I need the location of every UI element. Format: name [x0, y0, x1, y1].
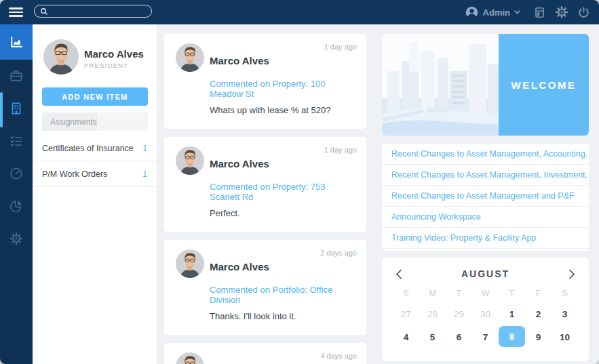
calendar-next-button[interactable]	[568, 269, 575, 279]
timestamp: 4 days ago	[320, 352, 357, 360]
calendar-day[interactable]: 28	[419, 302, 446, 325]
calendar-day-selected[interactable]: 8	[499, 326, 525, 347]
avatar	[176, 146, 204, 175]
calendar-day[interactable]: 1	[499, 302, 525, 325]
profile-panel: Marco Alves PRESIDENT ADD NEW ITEM Assig…	[33, 24, 157, 364]
tab-assignments[interactable]: Assignments	[42, 113, 98, 131]
search-bar[interactable]	[34, 5, 152, 18]
city-skyline-image	[382, 34, 499, 136]
sidebar-item-properties[interactable]	[0, 92, 33, 125]
admin-user-menu[interactable]: Admin	[465, 5, 520, 20]
weekday-label: T	[499, 285, 525, 302]
calendar-day[interactable]: 2	[525, 302, 552, 325]
feed-user-name: Marco Alves	[210, 146, 269, 175]
admin-label: Admin	[483, 7, 510, 18]
user-avatar-icon	[465, 5, 479, 20]
avatar	[176, 43, 204, 72]
weekday-label: T	[446, 285, 472, 302]
welcome-banner: WELCOME	[382, 34, 589, 136]
checklist-icon	[9, 134, 24, 148]
feed-user-name: Marco Alves	[210, 352, 269, 364]
sidebar-item-settings[interactable]	[0, 222, 33, 255]
feed-action-link[interactable]: Commented on Property: 753 Scarlett Rd	[210, 182, 355, 202]
announcement-link[interactable]: Recent Changes to Asset Management and P…	[382, 186, 589, 207]
assignment-label: P/M Work Orders	[42, 169, 142, 179]
activity-feed: 1 day ago Marco Alves Commented on Prope…	[164, 34, 366, 364]
tab-empty[interactable]	[98, 113, 148, 131]
top-navbar: Admin	[0, 0, 599, 24]
briefcase-icon	[9, 68, 24, 83]
sidebar-item-tasks[interactable]	[0, 125, 33, 157]
weekday-label: F	[525, 285, 552, 302]
app-window: Admin	[0, 0, 599, 364]
calendar-day[interactable]: 3	[552, 302, 578, 325]
calendar-day[interactable]: 9	[525, 325, 552, 348]
calendar-weekday-row: S M T W T F S	[393, 285, 578, 302]
calendar-days-grid: 27 28 29 30 1 2 3 4 5 6 7 8 9 10	[393, 302, 578, 348]
power-icon[interactable]	[577, 6, 590, 19]
calendar-day[interactable]: 29	[446, 302, 472, 325]
assignment-count-badge: 1	[142, 169, 147, 179]
profile-avatar	[43, 39, 79, 75]
welcome-label: WELCOME	[511, 79, 577, 91]
announcement-link[interactable]: Announcing Workspace	[382, 207, 589, 228]
gear-icon[interactable]	[555, 5, 568, 19]
gauge-icon	[9, 166, 24, 181]
calendar-widget: AUGUST S M T W T F S 27 28 29 3	[382, 258, 589, 361]
sidebar-item-dashboard[interactable]	[0, 24, 33, 60]
sidebar-item-portfolio[interactable]	[0, 60, 33, 92]
calendar-day[interactable]: 7	[472, 325, 499, 348]
announcement-link[interactable]: Recent Changes to Asset Management, Acco…	[382, 144, 589, 165]
feed-card: 4 days ago Marco Alves Commented on Prop…	[164, 343, 366, 364]
announcements-list: Recent Changes to Asset Management, Acco…	[382, 144, 589, 251]
calendar-day[interactable]: 6	[446, 325, 472, 348]
icon-sidebar	[0, 24, 33, 364]
feed-card: 1 day ago Marco Alves Commented on Prope…	[164, 137, 366, 232]
calendar-day[interactable]: 27	[393, 302, 419, 325]
feed-comment: Perfect.	[210, 208, 355, 218]
journal-icon[interactable]	[533, 6, 546, 19]
calendar-day[interactable]: 10	[552, 325, 578, 348]
assignment-count-badge: 1	[142, 144, 147, 153]
search-input[interactable]	[49, 6, 151, 17]
chevron-right-icon	[568, 269, 575, 279]
weekday-label: W	[472, 285, 499, 302]
right-column: WELCOME Recent Changes to Asset Manageme…	[382, 34, 589, 361]
feed-action-link[interactable]: Commented on Property: 100 Meadow St	[210, 79, 355, 99]
feed-card: 2 days ago Marco Alves Commented on Port…	[164, 240, 366, 335]
timestamp: 2 days ago	[320, 249, 357, 257]
assignments-tabbar: Assignments	[42, 113, 148, 131]
weekday-label: S	[552, 285, 578, 302]
scroll-indicator[interactable]	[0, 92, 3, 127]
announcement-link[interactable]: Recent Changes to Asset Management, Inve…	[382, 165, 589, 186]
pie-chart-icon	[9, 199, 24, 214]
feed-comment: Thanks. I'll look into it.	[210, 311, 355, 321]
announcement-link[interactable]: Training Video: Property & Facility App	[382, 228, 589, 249]
list-item-certificates[interactable]: Certificates of Insurance 1	[33, 136, 157, 161]
area-chart-icon	[9, 35, 24, 50]
welcome-panel: WELCOME	[499, 34, 589, 136]
avatar	[176, 352, 204, 364]
calendar-day[interactable]: 4	[393, 325, 419, 348]
timestamp: 1 day ago	[324, 146, 357, 154]
hamburger-menu-icon[interactable]	[9, 7, 23, 17]
profile-name: Marco Alves	[84, 48, 144, 60]
feed-user-name: Marco Alves	[210, 249, 269, 278]
calendar-day[interactable]: 30	[472, 302, 499, 325]
chevron-left-icon	[395, 269, 402, 279]
sidebar-item-reports[interactable]	[0, 157, 33, 190]
calendar-day[interactable]: 5	[419, 325, 446, 348]
calendar-month-label: AUGUST	[461, 268, 509, 279]
profile-role: PRESIDENT	[84, 62, 128, 69]
feed-action-link[interactable]: Commented on Portfolio: Office Division	[210, 285, 355, 305]
calendar-prev-button[interactable]	[395, 269, 402, 279]
avatar	[176, 249, 204, 278]
feed-comment: Whats up with lease % at 520?	[210, 105, 355, 115]
weekday-label: M	[419, 285, 446, 302]
list-item-workorders[interactable]: P/M Work Orders 1	[33, 161, 157, 187]
weekday-label: S	[393, 285, 419, 302]
timestamp: 1 day ago	[324, 43, 357, 51]
sidebar-item-analytics[interactable]	[0, 190, 33, 222]
building-icon	[9, 101, 24, 116]
add-new-item-button[interactable]: ADD NEW ITEM	[42, 87, 148, 106]
